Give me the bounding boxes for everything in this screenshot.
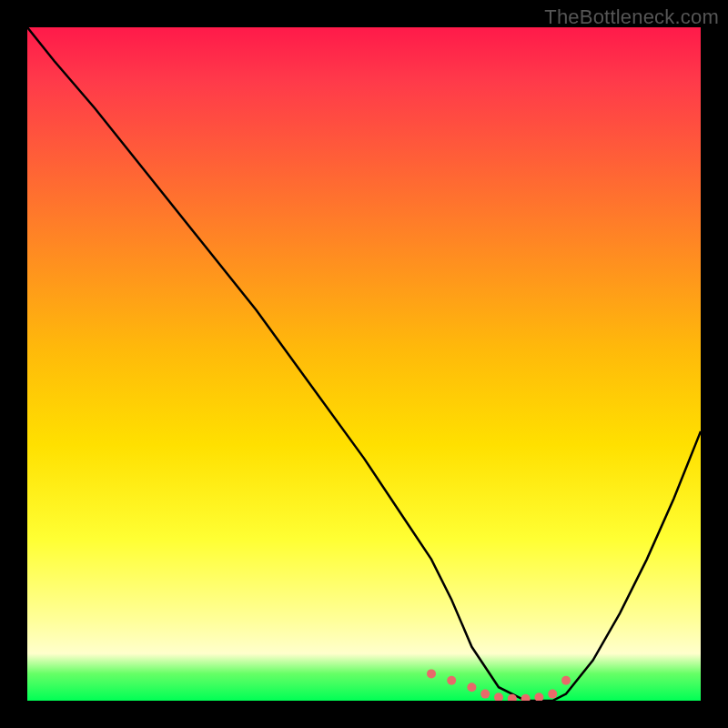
dotted-point bbox=[534, 693, 543, 701]
dotted-point bbox=[561, 676, 571, 685]
dotted-point bbox=[447, 676, 456, 685]
watermark-text: TheBottleneck.com bbox=[544, 5, 719, 29]
dotted-point bbox=[480, 690, 490, 699]
dotted-point bbox=[427, 669, 436, 678]
dotted-point bbox=[521, 694, 531, 701]
plot-area bbox=[27, 27, 701, 701]
dotted-region-group bbox=[427, 669, 571, 701]
chart-container: TheBottleneck.com bbox=[0, 0, 728, 728]
dotted-point bbox=[548, 690, 557, 699]
dotted-point bbox=[467, 682, 476, 692]
dotted-point bbox=[494, 693, 503, 701]
bottleneck-curve-path bbox=[27, 27, 701, 701]
curve-svg bbox=[27, 27, 701, 701]
